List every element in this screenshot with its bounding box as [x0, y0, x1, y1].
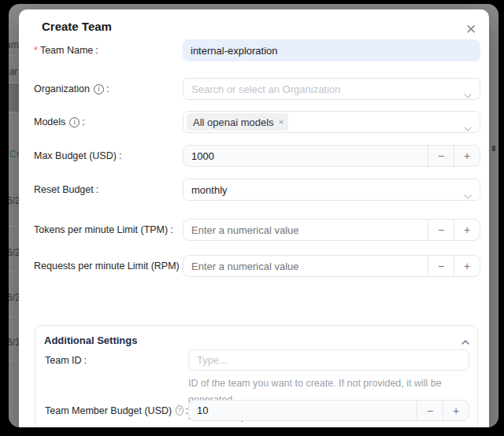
- tpm-input[interactable]: [183, 220, 428, 240]
- team-id-label-text: Team ID: [45, 355, 82, 366]
- reset-budget-label: Reset Budget :: [34, 184, 183, 195]
- chevron-down-icon: [464, 120, 472, 135]
- chevron-down-icon: [464, 188, 472, 202]
- form-row-organization: Organization i : Search or select an Org…: [34, 78, 480, 100]
- info-icon[interactable]: i: [69, 117, 80, 127]
- decrement-button[interactable]: −: [428, 146, 454, 166]
- team-name-label: * Team Name :: [34, 45, 183, 56]
- tag-close-icon[interactable]: ×: [279, 117, 284, 127]
- decrement-button[interactable]: −: [428, 256, 454, 276]
- increment-button[interactable]: +: [454, 256, 480, 276]
- reset-budget-value: monthly: [191, 184, 228, 196]
- form-row-max-budget: Max Budget (USD) : − +: [34, 145, 480, 167]
- max-budget-input[interactable]: [183, 146, 428, 166]
- close-icon[interactable]: ✕: [462, 20, 480, 38]
- max-budget-label-text: Max Budget (USD): [34, 150, 117, 161]
- label-colon: :: [82, 116, 84, 127]
- label-colon: :: [106, 83, 109, 94]
- team-id-label: Team ID :: [45, 355, 188, 366]
- label-colon: :: [170, 224, 172, 235]
- reset-budget-select[interactable]: monthly: [183, 179, 480, 201]
- label-colon: :: [95, 45, 98, 56]
- form-row-tpm: Tokens per minute Limit (TPM) : − +: [34, 219, 480, 241]
- model-tag: All openai models ×: [187, 113, 288, 131]
- chevron-down-icon: [464, 87, 472, 102]
- team-name-label-text: Team Name: [40, 45, 93, 56]
- label-colon: :: [84, 355, 87, 366]
- decrement-button[interactable]: −: [428, 220, 454, 240]
- form-row-rpm: Requests per minute Limit (RPM) : − +: [34, 255, 480, 277]
- rpm-label-text: Requests per minute Limit (RPM): [34, 260, 180, 272]
- tpm-stepper: − +: [183, 219, 480, 241]
- form-row-models: Models i : All openai models ×: [34, 111, 480, 133]
- form-row-reset-budget: Reset Budget : monthly: [34, 179, 480, 201]
- rpm-input[interactable]: [183, 256, 428, 276]
- models-label-text: Models: [34, 116, 65, 127]
- decrement-button[interactable]: −: [417, 401, 443, 420]
- team-id-input[interactable]: [188, 349, 469, 371]
- additional-settings-card: Additional Settings Team ID : ID of the …: [35, 325, 478, 427]
- form-row-team-member-budget: Team Member Budget (USD) ? : − +: [45, 400, 469, 421]
- team-member-budget-label-text: Team Member Budget (USD): [45, 405, 172, 416]
- form-row-team-id: Team ID :: [45, 349, 469, 371]
- help-icon[interactable]: ?: [176, 405, 183, 416]
- increment-button[interactable]: +: [443, 401, 469, 420]
- label-colon: :: [96, 184, 98, 195]
- team-name-input[interactable]: [183, 39, 480, 61]
- tpm-label: Tokens per minute Limit (TPM) :: [34, 224, 183, 235]
- max-budget-stepper: − +: [183, 145, 480, 167]
- model-tag-text: All openai models: [193, 116, 274, 128]
- rpm-stepper: − +: [183, 255, 480, 277]
- backdrop-row-divider: [9, 272, 20, 272]
- max-budget-label: Max Budget (USD) :: [34, 150, 183, 161]
- reset-budget-label-text: Reset Budget: [34, 184, 94, 195]
- backdrop-row-block: [9, 83, 20, 112]
- team-member-budget-input[interactable]: [189, 401, 417, 420]
- models-label: Models i :: [34, 116, 183, 127]
- info-icon[interactable]: i: [94, 84, 104, 94]
- create-team-modal: Create Team ✕ * Team Name : Organization…: [19, 9, 489, 427]
- backdrop-row-divider: [9, 316, 20, 317]
- additional-settings-header[interactable]: Additional Settings: [44, 332, 469, 348]
- organization-label: Organization i :: [34, 83, 183, 94]
- chevron-up-icon[interactable]: [461, 334, 469, 348]
- backdrop-row-divider: [9, 55, 20, 56]
- backdrop-text-fragment: har: [9, 66, 17, 77]
- team-member-budget-stepper: − +: [188, 400, 469, 421]
- models-select[interactable]: All openai models ×: [183, 111, 480, 133]
- dimmed-background-window: am har Cre 6/2 6/2 6/2 6/1 Create Team ✕…: [9, 4, 498, 427]
- required-asterisk: *: [34, 45, 38, 56]
- backdrop-row-divider: [9, 360, 20, 361]
- team-member-budget-label: Team Member Budget (USD) ? :: [45, 405, 188, 416]
- organization-select[interactable]: Search or select an Organization: [183, 78, 480, 100]
- backdrop-row-divider: [9, 226, 20, 227]
- organization-placeholder: Search or select an Organization: [191, 83, 340, 95]
- increment-button[interactable]: +: [454, 146, 480, 166]
- backdrop-text-fragment: [492, 146, 495, 151]
- label-colon: :: [119, 150, 121, 161]
- rpm-label: Requests per minute Limit (RPM) :: [34, 260, 183, 272]
- modal-title: Create Team: [42, 20, 112, 33]
- tpm-label-text: Tokens per minute Limit (TPM): [34, 224, 168, 235]
- backdrop-text-fragment: am: [9, 39, 19, 50]
- form-row-team-name: * Team Name :: [34, 39, 480, 61]
- backdrop-row-divider: [9, 83, 20, 83]
- increment-button[interactable]: +: [454, 220, 480, 240]
- backdrop-row-divider: [9, 112, 20, 113]
- additional-settings-title: Additional Settings: [44, 334, 137, 346]
- organization-label-text: Organization: [34, 83, 90, 94]
